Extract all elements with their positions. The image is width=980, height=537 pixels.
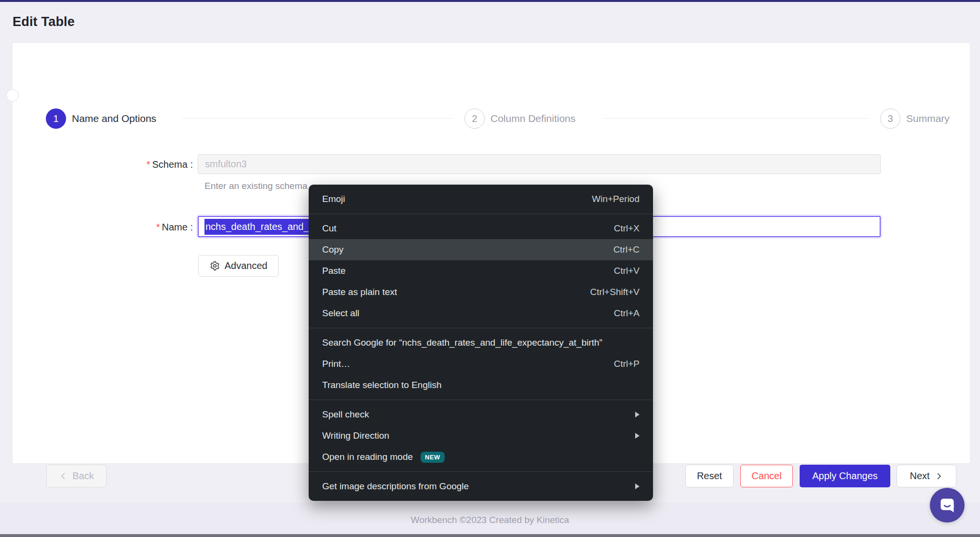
submenu-arrow-icon [635, 433, 640, 439]
schema-value: smfulton3 [205, 159, 247, 169]
advanced-button-label: Advanced [225, 260, 268, 271]
menu-item-translate[interactable]: Translate selection to English [309, 375, 653, 396]
step-3-number: 3 [887, 113, 893, 124]
reset-button-label: Reset [697, 470, 722, 482]
menu-item-print[interactable]: Print… Ctrl+P [309, 353, 653, 375]
gear-icon [210, 261, 220, 271]
step-2-number: 2 [472, 113, 477, 124]
shortcut: Ctrl+A [614, 308, 640, 319]
back-button-label: Back [72, 470, 94, 482]
new-badge: NEW [421, 452, 445, 463]
schema-label: *Schema : [13, 159, 193, 170]
menu-item-reading-mode[interactable]: Open in reading mode NEW [309, 446, 653, 468]
menu-item-search-google[interactable]: Search Google for “nchs_death_rates_and_… [309, 332, 653, 353]
menu-item-select-all[interactable]: Select all Ctrl+A [309, 303, 653, 324]
shortcut: Ctrl+C [613, 244, 640, 255]
reset-button[interactable]: Reset [685, 465, 734, 487]
menu-item-paste-plain[interactable]: Paste as plain text Ctrl+Shift+V [309, 282, 653, 303]
apply-changes-button-label: Apply Changes [812, 470, 878, 482]
top-accent-bar [0, 0, 980, 2]
menu-item-emoji[interactable]: Emoji Win+Period [309, 188, 653, 210]
menu-item-spell-check[interactable]: Spell check [309, 404, 653, 425]
shortcut: Ctrl+P [614, 359, 640, 369]
footer-text: Workbench ©2023 Created by Kinetica [0, 515, 980, 525]
submenu-arrow-icon [635, 483, 640, 489]
menu-item-cut[interactable]: Cut Ctrl+X [309, 218, 653, 239]
menu-item-writing-direction[interactable]: Writing Direction [309, 425, 653, 446]
context-menu: Emoji Win+Period Cut Ctrl+X Copy Ctrl+C … [309, 185, 653, 501]
step-connector [182, 118, 452, 119]
cancel-button-label: Cancel [751, 470, 781, 482]
menu-item-paste[interactable]: Paste Ctrl+V [309, 260, 653, 282]
required-asterisk: * [156, 222, 160, 232]
chevron-right-icon [935, 472, 943, 481]
cancel-button[interactable]: Cancel [740, 465, 793, 487]
shortcut: Ctrl+V [614, 266, 640, 276]
back-button[interactable]: Back [46, 465, 107, 487]
step-1-label: Name and Options [72, 113, 156, 124]
step-3-label: Summary [906, 113, 950, 124]
drawer-handle[interactable] [6, 89, 19, 102]
step-1-circle[interactable]: 1 [46, 108, 66, 129]
chat-launcher-button[interactable] [930, 488, 965, 523]
menu-item-image-descriptions[interactable]: Get image descriptions from Google [309, 476, 653, 497]
apply-changes-button[interactable]: Apply Changes [800, 465, 890, 487]
shortcut: Ctrl+X [614, 223, 640, 234]
step-3-circle[interactable]: 3 [880, 108, 900, 129]
name-label: *Name : [13, 222, 193, 233]
menu-item-copy[interactable]: Copy Ctrl+C [309, 239, 653, 260]
shortcut: Win+Period [592, 194, 640, 204]
step-connector [603, 118, 868, 119]
chat-bubble-icon [939, 497, 956, 514]
shortcut: Ctrl+Shift+V [590, 287, 640, 297]
schema-input: smfulton3 [198, 154, 881, 174]
step-2-label: Column Definitions [490, 113, 575, 124]
schema-help-text: Enter an existing schema [204, 181, 307, 191]
step-2-circle[interactable]: 2 [464, 108, 485, 129]
page-title: Edit Table [13, 14, 75, 29]
submenu-arrow-icon [635, 412, 640, 417]
next-button-label: Next [910, 470, 929, 482]
step-1-number: 1 [53, 113, 58, 124]
chevron-left-icon [59, 472, 68, 481]
required-asterisk: * [147, 159, 150, 170]
bottom-edge-strip [0, 534, 980, 537]
advanced-button[interactable]: Advanced [198, 255, 279, 277]
next-button[interactable]: Next [897, 465, 956, 487]
